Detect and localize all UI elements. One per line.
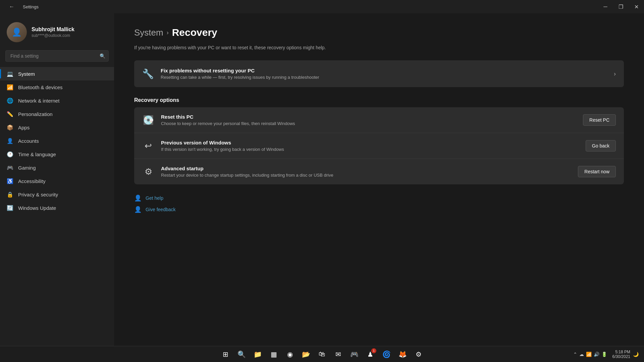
taskbar-symbol-start: ⊞ [223,350,228,358]
sidebar-item-update[interactable]: 🔄 Windows Update [0,201,114,215]
recovery-desc-reset: Choose to keep or remove your personal f… [161,121,576,126]
taskbar-symbol-firefox: 🦊 [398,350,407,358]
taskbar-icon-store[interactable]: 🛍 [315,347,329,362]
taskbar-symbol-settings-tb: ⚙ [416,350,422,358]
taskbar-icon-files[interactable]: 📁 [250,347,265,362]
help-link-icon-get-help: 👤 [134,194,142,202]
taskbar-icon-search[interactable]: 🔍 [234,347,249,362]
taskbar-icon-edge[interactable]: ◉ [282,347,297,362]
sidebar-item-privacy[interactable]: 🔒 Privacy & security [0,188,114,201]
recovery-btn-reset[interactable]: Reset PC [583,114,616,126]
recovery-title-advanced: Advanced startup [161,166,571,171]
user-info: Subhrojit Mallick sub****@outlook.com [32,26,74,38]
fix-problems-card[interactable]: 🔧 Fix problems without resetting your PC… [134,60,624,87]
recovery-icon-reset: 💽 [142,115,154,125]
taskbar-icon-browser2[interactable]: 🌀 [379,347,394,362]
system-tray-arrow[interactable]: ⌃ [573,352,577,357]
back-button[interactable]: ← [4,0,19,13]
nav-label-bluetooth: Bluetooth & devices [18,84,63,90]
nav-icon-personalization: ✏️ [7,111,13,117]
breadcrumb-current: Recovery [172,27,217,38]
breadcrumb-parent[interactable]: System [134,27,163,38]
search-box: 🔍 [5,50,109,62]
window-controls: ─ ❐ ✕ [598,0,644,13]
help-link-give-feedback[interactable]: 👤Give feedback [134,206,624,213]
help-link-label-get-help: Get help [146,195,163,201]
taskbar-clock[interactable]: 5:18 PM 6/30/2021 [612,350,630,359]
nav-icon-network: 🌐 [7,97,13,104]
sidebar-item-accounts[interactable]: 👤 Accounts [0,134,114,147]
page-description: If you're having problems with your PC o… [134,45,624,50]
fix-problems-icon: 🔧 [142,68,154,79]
taskbar-icon-mail[interactable]: ✉ [331,347,345,362]
breadcrumb: System › Recovery [134,27,624,38]
recovery-title-reset: Reset this PC [161,114,576,120]
sidebar-item-accessibility[interactable]: ♿ Accessibility [0,174,114,188]
nav-label-apps: Apps [18,125,30,130]
taskbar-icon-folder[interactable]: 📂 [299,347,313,362]
nav-icon-apps: 📦 [7,124,13,131]
restore-button[interactable]: ❐ [613,0,629,13]
taskbar-icon-widgets[interactable]: ▦ [266,347,281,362]
user-name: Subhrojit Mallick [32,26,74,33]
recovery-desc-previous: If this version isn't working, try going… [161,147,579,152]
sidebar-item-bluetooth[interactable]: 📶 Bluetooth & devices [0,80,114,94]
app-title: Settings [23,4,39,9]
taskbar-symbol-browser2: 🌀 [382,350,391,358]
nav-icon-accounts: 👤 [7,137,13,144]
time-display: 5:18 PM [612,350,630,354]
nav-icon-gaming: 🎮 [7,164,13,171]
nav-icon-system: 💻 [7,70,13,77]
sidebar-item-system[interactable]: 💻 System [0,67,114,80]
breadcrumb-arrow: › [167,29,169,36]
taskbar-icon-xbox[interactable]: 🎮 [347,347,362,362]
avatar-image: 👤 [7,22,27,42]
fix-problems-text: Fix problems without resetting your PC R… [161,68,319,80]
avatar: 👤 [7,22,27,42]
taskbar-center: ⊞🔍📁▦◉📂🛍✉🎮♟1🌀🦊⚙ [218,347,426,362]
wifi-icon[interactable]: 📶 [586,352,592,357]
nav-icon-update: 🔄 [7,204,13,211]
sidebar-item-personalization[interactable]: ✏️ Personalization [0,107,114,121]
cloud-icon[interactable]: ☁ [579,352,584,357]
fix-problems-desc: Resetting can take a while — first, try … [161,75,319,80]
user-profile[interactable]: 👤 Subhrojit Mallick sub****@outlook.com [0,17,114,50]
sidebar: 👤 Subhrojit Mallick sub****@outlook.com … [0,13,114,346]
nav-icon-bluetooth: 📶 [7,84,13,90]
taskbar-icon-settings-tb[interactable]: ⚙ [411,347,426,362]
app-body: 👤 Subhrojit Mallick sub****@outlook.com … [0,13,644,346]
search-input[interactable] [5,50,109,62]
battery-icon[interactable]: 🔋 [601,352,607,357]
taskbar-icon-start[interactable]: ⊞ [218,347,233,362]
nav-label-personalization: Personalization [18,111,53,117]
recovery-text-advanced: Advanced startup Restart your device to … [161,166,571,178]
recovery-options-title: Recovery options [134,97,624,103]
help-link-get-help[interactable]: 👤Get help [134,194,624,202]
sidebar-item-network[interactable]: 🌐 Network & internet [0,94,114,107]
recovery-options-container: 💽 Reset this PC Choose to keep or remove… [134,107,624,184]
notification-icon[interactable]: 🌙 [633,352,639,357]
sidebar-nav: 💻 System 📶 Bluetooth & devices 🌐 Network… [0,67,114,215]
recovery-text-reset: Reset this PC Choose to keep or remove y… [161,114,576,126]
nav-label-accessibility: Accessibility [18,178,46,184]
taskbar-icon-steam[interactable]: ♟1 [363,347,378,362]
recovery-btn-previous[interactable]: Go back [586,140,616,152]
taskbar-symbol-xbox: 🎮 [350,350,359,358]
sidebar-item-time[interactable]: 🕐 Time & language [0,147,114,161]
sidebar-item-apps[interactable]: 📦 Apps [0,121,114,134]
recovery-btn-advanced[interactable]: Restart now [578,166,616,177]
user-email: sub****@outlook.com [32,33,74,38]
recovery-desc-advanced: Restart your device to change startup se… [161,173,571,178]
fix-problems-title: Fix problems without resetting your PC [161,68,319,73]
nav-label-system: System [18,71,35,77]
recovery-text-previous: Previous version of Windows If this vers… [161,140,579,152]
close-button[interactable]: ✕ [629,0,644,13]
nav-label-gaming: Gaming [18,165,36,171]
help-link-icon-give-feedback: 👤 [134,206,142,213]
speaker-icon[interactable]: 🔊 [594,352,599,357]
taskbar-icon-firefox[interactable]: 🦊 [395,347,410,362]
sidebar-item-gaming[interactable]: 🎮 Gaming [0,161,114,174]
minimize-button[interactable]: ─ [598,0,613,13]
steam-badge: 1 [371,348,376,353]
title-bar: ← Settings ─ ❐ ✕ [0,0,644,13]
